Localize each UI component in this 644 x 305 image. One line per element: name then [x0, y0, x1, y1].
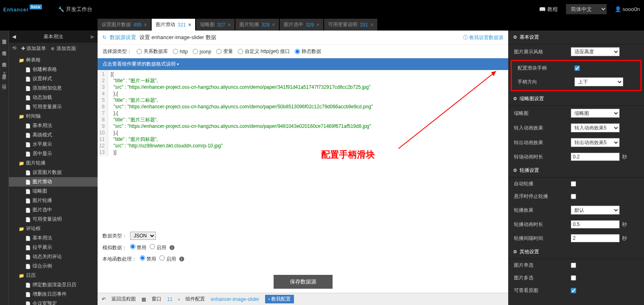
- tree-file[interactable]: 可用变量说明: [9, 215, 98, 224]
- tree-file[interactable]: 动态加载: [9, 93, 98, 102]
- language-select[interactable]: 简体中文: [566, 4, 607, 14]
- file-icon: [25, 76, 31, 82]
- duration-input[interactable]: [571, 153, 620, 161]
- add-menu-button[interactable]: 添加菜单: [21, 45, 46, 52]
- folder-icon: [19, 57, 24, 63]
- refresh-icon[interactable]: ⟲: [12, 45, 16, 52]
- sidebar-collapse-icon[interactable]: ▶: [91, 34, 94, 39]
- window-label: 窗口: [152, 296, 161, 303]
- teach-config-button[interactable]: ‹ 教我配置: [265, 295, 294, 303]
- source-radio-4[interactable]: 自定义 http(get) 接口: [238, 48, 290, 55]
- tree-file[interactable]: 绑定数据渲染至日历: [9, 280, 98, 290]
- file-icon: [25, 254, 31, 260]
- orig-checkbox[interactable]: [571, 288, 576, 293]
- window-number[interactable]: 11: [167, 296, 172, 302]
- help-link[interactable]: 教我设置数据源: [463, 34, 503, 41]
- tree-file[interactable]: 设置样式: [9, 74, 98, 83]
- dev-workbench-link[interactable]: 开发工作台: [58, 6, 92, 13]
- source-radio-2[interactable]: jsonp: [193, 49, 211, 55]
- tree-file[interactable]: 添加附加信息: [9, 83, 98, 93]
- datasource-title: 设置 enhancer-image-slider 数据: [139, 34, 216, 41]
- tab-可用变量说明[interactable]: 可用变量说明 331 ×: [324, 19, 377, 31]
- mock-disable-radio[interactable]: 禁用: [130, 244, 146, 251]
- tree-folder[interactable]: 图片轮播: [9, 158, 98, 168]
- back-link[interactable]: 返回流程图: [111, 296, 136, 303]
- tree-file[interactable]: 拉平展示: [9, 243, 98, 252]
- tree-file[interactable]: 缩略图: [9, 187, 98, 196]
- tree-folder[interactable]: 日历: [9, 271, 98, 280]
- folder-icon: [19, 226, 24, 232]
- fx-select[interactable]: 默认: [571, 206, 620, 215]
- auto-checkbox[interactable]: [571, 181, 576, 187]
- single-checkbox[interactable]: [571, 263, 576, 268]
- tree-file[interactable]: 图片轮播: [9, 196, 98, 205]
- local-enable-radio[interactable]: 启用: [159, 255, 176, 263]
- in-anim-label: 转入动画效果: [514, 125, 571, 132]
- tree-file[interactable]: 增删改日历事件: [9, 290, 98, 299]
- tree-folder[interactable]: 时间轴: [9, 112, 98, 121]
- tab-图片滑动[interactable]: 图片滑动 321 ×: [152, 19, 195, 31]
- direction-select[interactable]: 上下: [574, 77, 623, 86]
- in-anim-select[interactable]: 转入动画效果5: [571, 123, 620, 132]
- tree-file[interactable]: 水平展示: [9, 140, 98, 149]
- rail-item[interactable]: 全局配置: [1, 57, 7, 61]
- refresh-icon[interactable]: ↻: [102, 35, 107, 40]
- out-anim-select[interactable]: 转出动画效果5: [571, 138, 620, 147]
- source-radio-3[interactable]: 变量: [216, 48, 233, 55]
- tree-file[interactable]: 会议室预定: [9, 299, 98, 305]
- tree-file[interactable]: 基本用法: [9, 121, 98, 130]
- tree-file[interactable]: 可用变量展示: [9, 102, 98, 112]
- tree-file[interactable]: 综合示例: [9, 261, 98, 271]
- close-icon[interactable]: ×: [228, 22, 231, 28]
- interval-input[interactable]: [571, 234, 620, 242]
- tree-file[interactable]: 高级模式: [9, 130, 98, 140]
- rail-item[interactable]: 三页面管理: [1, 35, 7, 38]
- tree-folder[interactable]: 评论框: [9, 224, 98, 233]
- style-select[interactable]: 适应高度: [571, 47, 620, 56]
- add-page-button[interactable]: 添加页面: [51, 45, 76, 52]
- handle-checkbox[interactable]: [574, 66, 580, 71]
- mock-enable-radio[interactable]: 启用: [150, 244, 166, 251]
- tree-file[interactable]: 图片选中: [9, 205, 98, 215]
- hover-checkbox[interactable]: [571, 194, 576, 199]
- tutorial-link[interactable]: 教程: [539, 6, 558, 13]
- source-radio-5[interactable]: 静态数据: [295, 48, 321, 55]
- save-button[interactable]: 保存数据源: [274, 275, 333, 289]
- tree-file[interactable]: 设置图片数据: [9, 168, 98, 177]
- tree-file[interactable]: 动态关闭评论: [9, 252, 98, 261]
- info-icon[interactable]: i: [170, 245, 174, 250]
- component-name[interactable]: enhancer-image-slider: [211, 296, 259, 302]
- close-icon[interactable]: ×: [144, 22, 147, 28]
- source-radio-0[interactable]: 关系数据库: [137, 48, 168, 55]
- format-help-bar[interactable]: 点击查看组件要求的数据格式说明: [98, 58, 508, 70]
- tree-file[interactable]: 居中显示: [9, 149, 98, 158]
- info-icon[interactable]: i: [179, 257, 184, 261]
- close-icon[interactable]: ×: [316, 22, 319, 28]
- tree-file[interactable]: 图片滑动: [9, 177, 98, 187]
- file-icon: [25, 151, 31, 157]
- close-icon[interactable]: ×: [272, 22, 275, 28]
- tree-file[interactable]: 基本用法: [9, 233, 98, 243]
- tab-图片选中[interactable]: 图片选中 329 ×: [280, 19, 323, 31]
- tab-缩略图[interactable]: 缩略图 327 ×: [196, 19, 235, 31]
- local-disable-radio[interactable]: 禁用: [140, 255, 156, 263]
- close-icon[interactable]: ×: [188, 22, 191, 28]
- tree-folder[interactable]: 树表格: [9, 55, 98, 65]
- tree-file[interactable]: 创建树表格: [9, 65, 98, 74]
- close-icon[interactable]: ×: [370, 22, 373, 28]
- rail-item[interactable]: 自定义 Http 接口: [1, 69, 7, 83]
- thumb-select[interactable]: 缩略图: [571, 109, 620, 118]
- file-icon: [25, 282, 31, 288]
- anim-dur-input[interactable]: [571, 220, 620, 228]
- datasource-settings-link[interactable]: 数据源设置: [110, 34, 136, 41]
- data-type-select[interactable]: JSON: [130, 232, 156, 240]
- file-icon: [25, 104, 31, 110]
- back-icon[interactable]: ↶: [102, 296, 106, 302]
- rail-item[interactable]: 角色管理: [1, 46, 7, 49]
- tab-设置图片数据[interactable]: 设置图片数据 495 ×: [98, 19, 151, 31]
- user-menu[interactable]: sooo0n: [615, 6, 640, 12]
- source-radio-1[interactable]: http: [173, 49, 188, 55]
- multi-checkbox[interactable]: [571, 275, 576, 281]
- thumb-label: 缩略图: [514, 110, 571, 117]
- tab-图片轮播[interactable]: 图片轮播 328 ×: [235, 19, 279, 31]
